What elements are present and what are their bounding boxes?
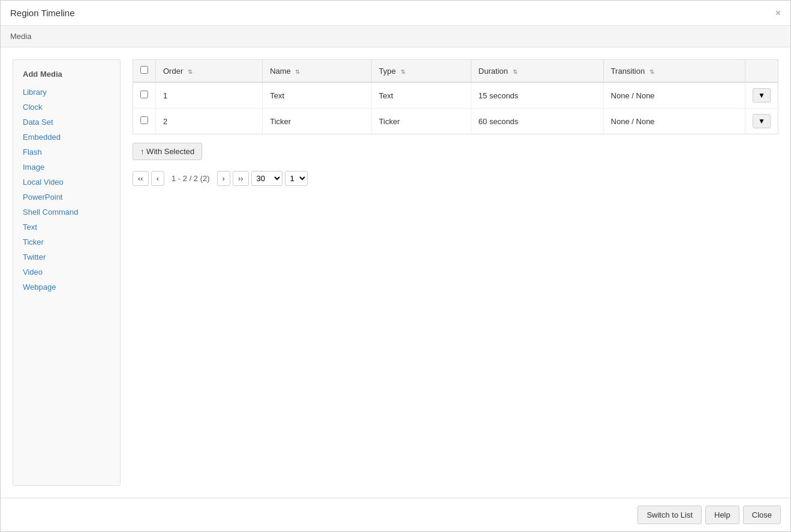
order-sort-icon: ⇅	[188, 68, 193, 75]
row-order: 1	[156, 82, 263, 109]
col-type: Type ⇅	[371, 60, 471, 83]
main-content: Order ⇅ Name ⇅ Type ⇅ Duration ⇅ Transit	[133, 59, 778, 486]
transition-sort-icon: ⇅	[649, 68, 654, 75]
name-sort-icon: ⇅	[295, 68, 300, 75]
select-all-checkbox[interactable]	[140, 66, 148, 74]
prev-page-button[interactable]: ‹	[151, 171, 164, 186]
col-order: Order ⇅	[156, 60, 263, 83]
sidebar-item-ticker[interactable]: Ticker	[13, 235, 120, 250]
row-order: 2	[156, 109, 263, 134]
row-checkbox-1[interactable]	[140, 116, 148, 124]
row-checkbox-0[interactable]	[140, 91, 148, 98]
sidebar-item-twitter[interactable]: Twitter	[13, 250, 120, 265]
table-row: 1 Text Text 15 seconds None / None ▼	[133, 82, 778, 109]
row-checkbox-cell	[133, 109, 156, 134]
sidebar-item-image[interactable]: Image	[13, 160, 120, 175]
next-page-button[interactable]: ›	[217, 171, 230, 186]
sidebar-item-dataset[interactable]: Data Set	[13, 115, 120, 130]
table-header-row: Order ⇅ Name ⇅ Type ⇅ Duration ⇅ Transit	[133, 60, 778, 83]
row-duration: 60 seconds	[471, 109, 603, 134]
last-page-button[interactable]: ››	[233, 171, 249, 186]
sidebar-heading: Add Media	[13, 67, 120, 85]
row-checkbox-cell	[133, 82, 156, 109]
close-x-button[interactable]: ×	[775, 8, 781, 18]
col-duration: Duration ⇅	[471, 60, 603, 83]
sidebar-item-clock[interactable]: Clock	[13, 100, 120, 115]
media-bar: Media	[1, 26, 790, 47]
col-transition: Transition ⇅	[603, 60, 745, 83]
row-actions: ▼	[745, 82, 778, 109]
row-dropdown-button-0[interactable]: ▼	[753, 88, 771, 103]
sidebar-item-powerpoint[interactable]: PowerPoint	[13, 190, 120, 205]
dialog-body: Add Media Library Clock Data Set Embedde…	[1, 47, 790, 498]
per-page-select[interactable]: 30 50 100	[251, 171, 282, 186]
row-name: Ticker	[263, 109, 372, 134]
duration-sort-icon: ⇅	[513, 68, 518, 75]
dialog-header: Region Timeline ×	[1, 1, 790, 26]
table-body: 1 Text Text 15 seconds None / None ▼ 2 T…	[133, 82, 778, 134]
row-type: Ticker	[371, 109, 471, 134]
row-transition: None / None	[603, 82, 745, 109]
row-duration: 15 seconds	[471, 82, 603, 109]
region-timeline-dialog: Region Timeline × Media Add Media Librar…	[0, 0, 791, 532]
type-sort-icon: ⇅	[401, 68, 405, 75]
col-name: Name ⇅	[263, 60, 372, 83]
row-name: Text	[263, 82, 372, 109]
with-selected-button[interactable]: ↑ With Selected	[133, 143, 202, 160]
close-button[interactable]: Close	[743, 506, 781, 524]
media-table: Order ⇅ Name ⇅ Type ⇅ Duration ⇅ Transit	[133, 59, 778, 134]
select-all-header	[133, 60, 156, 83]
dialog-title: Region Timeline	[10, 8, 75, 18]
row-actions: ▼	[745, 109, 778, 134]
pagination: ‹‹ ‹ 1 - 2 / 2 (2) › ›› 30 50 100 1	[133, 171, 778, 186]
page-info: 1 - 2 / 2 (2)	[167, 174, 215, 183]
with-selected-row: ↑ With Selected	[133, 143, 778, 160]
help-button[interactable]: Help	[705, 506, 739, 524]
sidebar: Add Media Library Clock Data Set Embedde…	[13, 59, 121, 486]
row-transition: None / None	[603, 109, 745, 134]
sidebar-item-embedded[interactable]: Embedded	[13, 130, 120, 145]
switch-to-list-button[interactable]: Switch to List	[637, 506, 702, 524]
col-actions	[745, 60, 778, 83]
sidebar-item-library[interactable]: Library	[13, 85, 120, 100]
sidebar-item-webpage[interactable]: Webpage	[13, 279, 120, 294]
sidebar-item-flash[interactable]: Flash	[13, 145, 120, 160]
table-row: 2 Ticker Ticker 60 seconds None / None ▼	[133, 109, 778, 134]
row-type: Text	[371, 82, 471, 109]
sidebar-item-shell-command[interactable]: Shell Command	[13, 205, 120, 220]
first-page-button[interactable]: ‹‹	[133, 171, 149, 186]
row-dropdown-button-1[interactable]: ▼	[753, 114, 771, 128]
media-label: Media	[10, 32, 31, 41]
page-select[interactable]: 1	[285, 171, 308, 186]
dialog-footer: Switch to List Help Close	[1, 498, 790, 531]
sidebar-item-text[interactable]: Text	[13, 220, 120, 235]
sidebar-item-local-video[interactable]: Local Video	[13, 175, 120, 190]
sidebar-item-video[interactable]: Video	[13, 265, 120, 279]
